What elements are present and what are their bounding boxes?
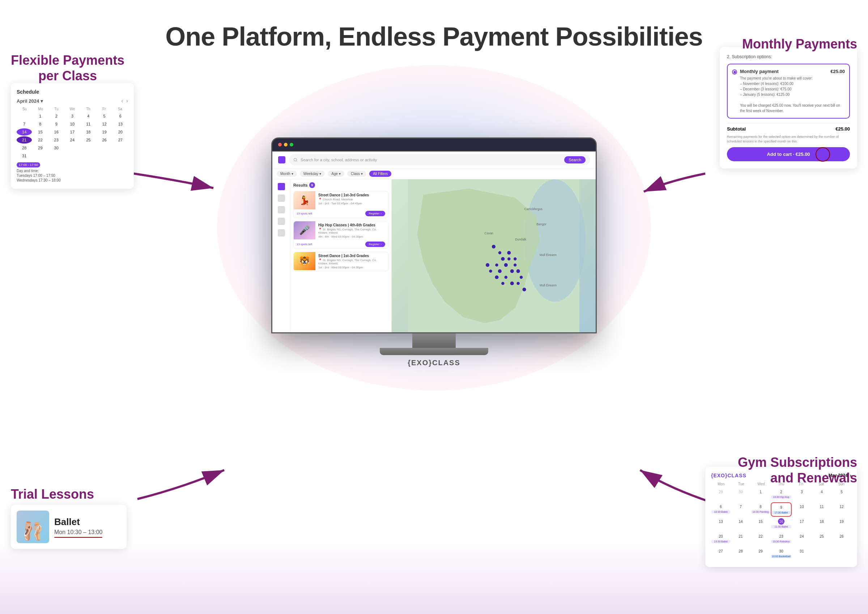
- monitor-stand-base: [380, 348, 488, 355]
- filter-weekday[interactable]: Weekday ▾: [300, 171, 325, 177]
- svg-text:Cavan: Cavan: [485, 231, 494, 235]
- trial-content: 🩰 Ballet Mon 10:30 – 13:00: [17, 510, 121, 543]
- add-to-cart-button[interactable]: Add to cart · €25.00: [727, 147, 850, 161]
- sidebar-icon-map[interactable]: [278, 218, 285, 225]
- gym-day-19: 19: [832, 517, 851, 532]
- subscription-option: Monthly payment €25.00 The payment you'r…: [727, 64, 850, 119]
- cal-day-12[interactable]: 12: [96, 120, 112, 128]
- map-svg: Carrickfergus Bangor Cavan Dundalk Mull …: [392, 179, 596, 332]
- gym-day-18: 18: [812, 517, 831, 532]
- dot-red: [278, 143, 282, 146]
- cal-day-17[interactable]: 17: [65, 129, 80, 136]
- gym-day-30: 30: [731, 487, 750, 502]
- cal-day-26[interactable]: 26: [96, 136, 112, 144]
- trial-underline: [54, 537, 102, 538]
- cal-day-28[interactable]: 28: [17, 144, 32, 152]
- cal-day-14[interactable]: 14: [17, 129, 32, 136]
- trial-time: Mon 10:30 – 13:00: [54, 529, 102, 535]
- cal-day-3[interactable]: 3: [65, 112, 80, 120]
- gym-day-15: 15: [751, 517, 770, 532]
- svg-point-5: [501, 257, 505, 261]
- cal-day-8[interactable]: 8: [33, 120, 48, 128]
- gym-subscriptions-heading: Gym Subscriptionsand Renewals: [738, 454, 857, 485]
- gym-day-9: 9 17:30 Ballet: [771, 502, 792, 517]
- result-card-1: 💃 Street Dance | 1st-3rd Grades 📍 Church…: [293, 191, 388, 218]
- cal-day-29[interactable]: 29: [33, 144, 48, 152]
- schedule-title: Schedule: [17, 89, 128, 95]
- sidebar-icon-settings[interactable]: [278, 229, 285, 236]
- cal-day-20[interactable]: 20: [113, 129, 128, 136]
- cal-day-31[interactable]: 31: [17, 152, 32, 160]
- svg-point-13: [516, 270, 520, 273]
- event-painting: 10:30 Painting: [751, 510, 770, 513]
- calendar-nav: April 2024 ▾ ‹ ›: [17, 98, 128, 104]
- svg-point-7: [504, 263, 508, 267]
- cal-day-16[interactable]: 16: [49, 129, 64, 136]
- cal-day-5[interactable]: 5: [96, 112, 112, 120]
- event-robotics: 10:30 Robotics: [771, 540, 791, 543]
- trial-class-name: Ballet: [54, 516, 102, 527]
- cal-day-13[interactable]: 13: [113, 120, 128, 128]
- cal-day-30[interactable]: 30: [49, 144, 64, 152]
- cal-prev-icon[interactable]: ‹: [121, 98, 123, 104]
- svg-point-4: [498, 251, 501, 254]
- flexible-payments-label: Flexible Paymentsper Class: [11, 53, 124, 84]
- cal-day-23[interactable]: 23: [49, 136, 64, 144]
- flexible-payments-panel: Schedule April 2024 ▾ ‹ › Su Mo Tu We Th…: [11, 83, 134, 189]
- cal-day-10[interactable]: 10: [65, 120, 80, 128]
- sidebar-icon-home[interactable]: [278, 183, 285, 190]
- result-card-info-2: 4th - 6th · Wed 03:00pm - 04:30pm: [318, 235, 385, 238]
- result-card-row-1: 💃 Street Dance | 1st-3rd Grades 📍 Church…: [294, 191, 388, 209]
- cal-day-7[interactable]: 7: [17, 120, 32, 128]
- cal-day-4[interactable]: 4: [81, 112, 96, 120]
- event-ballet-9: 17:30 Ballet: [772, 511, 790, 514]
- result-card-info-1: 1st - 3rd · Tue 03:45pm - 04:45pm: [318, 202, 385, 205]
- gym-day-11: 11: [812, 502, 831, 517]
- dot-green: [290, 143, 293, 146]
- cal-day-6[interactable]: 6: [113, 112, 128, 120]
- sub-option-title: Monthly payment: [740, 69, 779, 74]
- cal-next-icon[interactable]: ›: [126, 98, 128, 104]
- all-filters-button[interactable]: All Filters: [369, 171, 391, 177]
- search-button[interactable]: Search: [564, 156, 586, 163]
- cal-day-1[interactable]: 1: [33, 112, 48, 120]
- cal-day-22[interactable]: 22: [33, 136, 48, 144]
- results-count: 9: [309, 182, 315, 188]
- search-input-mock: Search for a city, school, address or ac…: [301, 158, 561, 162]
- cal-day-2[interactable]: 2: [49, 112, 64, 120]
- cal-day-24[interactable]: 24: [65, 136, 80, 144]
- circle-highlight: [815, 147, 830, 162]
- cal-day-15[interactable]: 15: [33, 129, 48, 136]
- filter-month[interactable]: Month ▾: [277, 171, 297, 177]
- location-icon: 📍: [318, 198, 322, 201]
- svg-point-11: [498, 270, 502, 273]
- search-bar[interactable]: Search for a city, school, address or ac…: [289, 154, 590, 165]
- event-basketball: 10:00 Basketball: [771, 555, 791, 558]
- register-btn-1[interactable]: Register ›: [365, 211, 385, 216]
- svg-text:Mull Éireann: Mull Éireann: [539, 284, 556, 287]
- app-header: Search for a city, school, address or ac…: [272, 152, 596, 169]
- cal-day-27[interactable]: 27: [113, 136, 128, 144]
- cal-day-25[interactable]: 25: [81, 136, 96, 144]
- sidebar-icon-people[interactable]: [278, 195, 285, 202]
- cal-day-9[interactable]: 9: [49, 120, 64, 128]
- result-card-img-3: 🐯: [294, 252, 315, 270]
- svg-point-15: [510, 282, 514, 285]
- filter-class[interactable]: Class ▾: [347, 171, 366, 177]
- svg-text:Carrickfergus: Carrickfergus: [524, 207, 542, 211]
- svg-point-20: [489, 270, 492, 273]
- subtotal-note: Remaining payments for the selected opti…: [727, 135, 850, 144]
- sidebar-icon-file[interactable]: [278, 206, 285, 213]
- cal-day-21[interactable]: 21: [17, 136, 32, 144]
- cal-day-19[interactable]: 19: [96, 129, 112, 136]
- filter-age[interactable]: Age ▾: [328, 171, 344, 177]
- cal-day-11[interactable]: 11: [81, 120, 96, 128]
- radio-btn[interactable]: [732, 70, 737, 74]
- register-btn-2[interactable]: Register ›: [365, 242, 385, 247]
- gym-day-5: 5: [832, 487, 851, 502]
- arrow-right-icon-2: ›: [380, 243, 381, 246]
- result-card-footer-1: 13 spots left Register ›: [294, 209, 388, 218]
- cal-day-18[interactable]: 18: [81, 129, 96, 136]
- gym-day-7: 7: [731, 502, 750, 517]
- result-card-content-1: Street Dance | 1st-3rd Grades 📍 Church R…: [315, 191, 388, 209]
